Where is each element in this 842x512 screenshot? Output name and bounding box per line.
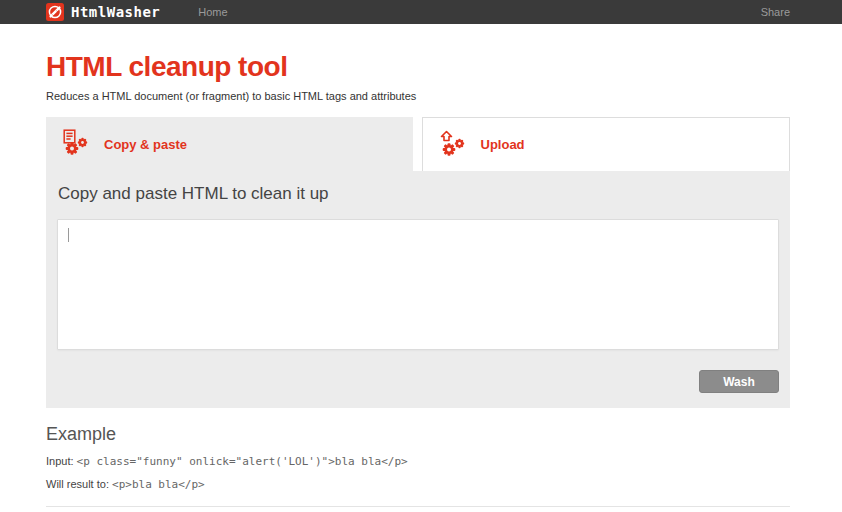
example-input-line: Input: <p class="funny" onlick="alert('L… (46, 455, 790, 468)
example-result-line: Will result to: <p>bla bla</p> (46, 478, 790, 491)
panel-heading: Copy and paste HTML to clean it up (58, 184, 779, 204)
upload-gears-icon (440, 130, 466, 160)
copy-paste-panel: Copy and paste HTML to clean it up Wash (46, 171, 790, 408)
nav-home-link[interactable]: Home (198, 6, 227, 18)
example-section: Example Input: <p class="funny" onlick="… (46, 424, 790, 491)
tab-upload[interactable]: Upload (422, 117, 791, 171)
document-gears-icon (63, 129, 89, 159)
wash-button[interactable]: Wash (699, 370, 779, 393)
tab-bar: Copy & paste (46, 117, 790, 171)
tab-copy-paste-label: Copy & paste (104, 137, 187, 152)
html-input-textarea[interactable] (57, 219, 779, 350)
page-title: HTML cleanup tool (46, 51, 790, 83)
brand-name: HtmlWasher (71, 4, 160, 20)
nav-share-link[interactable]: Share (761, 6, 790, 18)
brand-link[interactable]: HtmlWasher (46, 3, 160, 21)
example-input-code: <p class="funny" onlick="alert('LOL')">b… (77, 455, 408, 468)
tab-copy-paste[interactable]: Copy & paste (46, 117, 413, 171)
footer: About Twitter Terms Privacy (46, 507, 790, 512)
navbar: HtmlWasher Home Share (0, 0, 842, 24)
tab-upload-label: Upload (481, 137, 525, 152)
example-result-code: <p>bla bla</p> (112, 478, 205, 491)
html-input-wrap (57, 219, 779, 350)
button-row: Wash (57, 350, 779, 400)
page-subtitle: Reduces a HTML document (or fragment) to… (46, 90, 790, 102)
htmlwasher-logo-icon (46, 3, 64, 21)
example-result-label: Will result to: (46, 478, 112, 490)
example-input-label: Input: (46, 455, 77, 467)
example-heading: Example (46, 424, 790, 445)
